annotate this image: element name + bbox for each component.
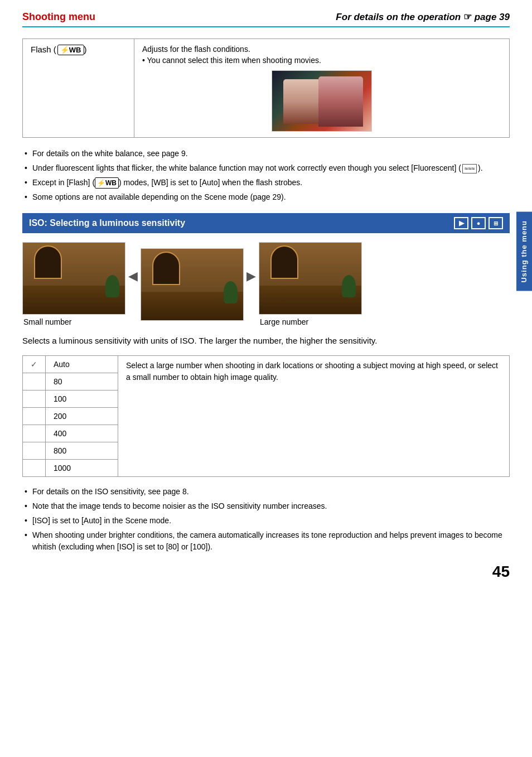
iso-value-1000: 1000 — [46, 460, 118, 477]
iso-note-2: Note that the image tends to become nois… — [22, 500, 510, 512]
grid-icon-box: ⊞ — [489, 217, 503, 229]
section-title: Shooting menu — [22, 11, 95, 23]
iso-small-image — [22, 242, 125, 315]
iso-table: ✓ Auto Select a large number when shooti… — [22, 355, 510, 477]
fluorescent-icon: ≈≈≈ — [462, 164, 477, 173]
page-ref-icon: ☞ — [463, 12, 472, 22]
flash-image-container — [142, 70, 501, 132]
flash-note-4: Some options are not available depending… — [22, 191, 510, 203]
iso-center-block — [141, 248, 244, 321]
flash-label-cell: Flash (⚡WB) — [23, 39, 134, 138]
page-number: 45 — [492, 563, 510, 581]
iso-value-auto: Auto — [46, 356, 118, 373]
side-tab: Using the menu — [516, 212, 532, 291]
check-800 — [23, 442, 46, 460]
iso-large-label: Large number — [259, 317, 308, 326]
iso-center-image — [141, 248, 244, 321]
check-1000 — [23, 460, 46, 477]
wb-tag: ⚡WB — [57, 45, 84, 55]
check-400 — [23, 425, 46, 442]
camera-icon-box: ● — [471, 217, 486, 229]
iso-large-number-block: Large number — [259, 242, 362, 326]
flash-note-1: For details on the white balance, see pa… — [22, 148, 510, 160]
iso-value-100: 100 — [46, 390, 118, 408]
iso-note-4: When shooting under brighter conditions,… — [22, 529, 510, 553]
flash-bullet-notes: For details on the white balance, see pa… — [22, 148, 510, 203]
flash-label: Flash (⚡WB) — [31, 45, 87, 54]
left-arrow-icon: ◀ — [125, 269, 141, 283]
iso-bottom-notes: For details on the ISO sensitivity, see … — [22, 486, 510, 553]
flash-desc-line2: • You cannot select this item when shoot… — [142, 56, 501, 65]
page-header: Shooting menu For details on the operati… — [22, 11, 510, 27]
iso-section-title: ISO: Selecting a luminous sensitivity — [29, 218, 185, 228]
flash-image — [272, 70, 372, 132]
right-arrow-icon: ▶ — [244, 269, 259, 283]
check-80 — [23, 373, 46, 390]
page-container: Shooting menu For details on the operati… — [0, 0, 532, 597]
flash-note-3: Except in [Flash] (⚡WB) modes, [WB] is s… — [22, 177, 510, 189]
iso-value-200: 200 — [46, 408, 118, 425]
auto-checkmark: ✓ — [23, 356, 46, 373]
iso-section-header: ISO: Selecting a luminous sensitivity ▶ … — [22, 213, 510, 233]
play-icon-box: ▶ — [454, 217, 468, 229]
for-details-label: For details on the operation ☞ page 39 — [336, 12, 510, 22]
iso-large-image — [259, 242, 362, 315]
flash-desc-cell: Adjusts for the flash conditions. • You … — [134, 39, 510, 138]
iso-small-number-block: Small number — [22, 242, 125, 326]
iso-value-400: 400 — [46, 425, 118, 442]
flash-note-2: Under fluorescent lights that flicker, t… — [22, 162, 510, 174]
iso-small-label: Small number — [22, 317, 71, 326]
iso-mode-icons: ▶ ● ⊞ — [454, 217, 503, 229]
iso-images-row: Small number ◀ ▶ Large number — [22, 242, 510, 326]
check-200 — [23, 408, 46, 425]
iso-note-1: For details on the ISO sensitivity, see … — [22, 486, 510, 498]
wb-inline-icon: ⚡WB — [95, 177, 119, 189]
flash-desc-line1: Adjusts for the flash conditions. — [142, 45, 501, 54]
page-reference: For details on the operation ☞ page 39 — [336, 11, 510, 23]
iso-note-3: [ISO] is set to [Auto] in the Scene mode… — [22, 515, 510, 527]
iso-value-800: 800 — [46, 442, 118, 460]
iso-intro-text: Selects a luminous sensitivity with unit… — [22, 334, 510, 348]
table-row-auto: ✓ Auto Select a large number when shooti… — [23, 356, 510, 373]
iso-desc: Select a large number when shooting in d… — [118, 356, 510, 477]
check-100 — [23, 390, 46, 408]
iso-value-80: 80 — [46, 373, 118, 390]
flash-table: Flash (⚡WB) Adjusts for the flash condit… — [22, 38, 510, 138]
